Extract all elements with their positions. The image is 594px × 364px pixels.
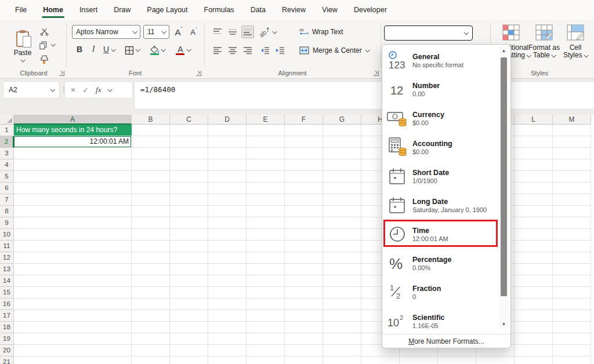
row-header-17[interactable]: 17 [0,310,14,322]
cell-A10[interactable] [14,229,132,241]
cell-E17[interactable] [247,310,285,322]
top-align-button[interactable] [211,26,224,38]
cell-M5[interactable] [553,171,591,183]
cell-M19[interactable] [553,333,591,345]
middle-align-button[interactable] [226,26,239,38]
cell-L2[interactable] [515,136,553,148]
cell-D5[interactable] [208,171,247,183]
bottom-align-button[interactable] [241,26,254,38]
cell-F21[interactable] [285,356,323,364]
cell-G11[interactable] [323,241,361,252]
formula-input[interactable]: =1/86400 [135,82,594,109]
row-header-20[interactable]: 20 [0,345,14,356]
cell-M15[interactable] [553,287,591,299]
cell-C1[interactable] [170,125,208,136]
cell-F13[interactable] [285,264,323,275]
wrap-text-button[interactable]: ab Wrap Text [299,26,343,38]
cell-E4[interactable] [247,159,285,171]
cell-G15[interactable] [323,287,361,299]
format-item-currency[interactable]: Currency $0.00 [382,104,498,133]
cell-C14[interactable] [170,275,208,287]
cell-G8[interactable] [323,206,361,217]
cell-F9[interactable] [285,217,323,229]
cell-M20[interactable] [553,345,591,356]
column-header-d[interactable]: D [208,115,247,125]
format-item-scientific[interactable]: 102 Scientific 1.16E-05 [382,307,498,336]
cell-G21[interactable] [323,356,361,364]
menu-tab-file[interactable]: File [8,1,34,19]
cell-E1[interactable] [247,125,285,136]
cell-B5[interactable] [132,171,170,183]
cell-M21[interactable] [553,356,591,364]
menu-tab-review[interactable]: Review [275,1,313,19]
cell-B6[interactable] [132,183,170,194]
borders-chevron-icon[interactable] [135,47,140,52]
cell-G18[interactable] [323,322,361,333]
cell-M3[interactable] [553,148,591,159]
cell-B2[interactable] [132,136,170,148]
cell-A21[interactable] [14,356,132,364]
font-size-combo[interactable]: 11 [143,25,169,39]
cell-G5[interactable] [323,171,361,183]
cell-B14[interactable] [132,275,170,287]
cell-E12[interactable] [247,252,285,264]
cell-B10[interactable] [132,229,170,241]
cell-styles-button[interactable]: Cell Styles [558,24,593,59]
cell-B17[interactable] [132,310,170,322]
cell-A6[interactable] [14,183,132,194]
row-header-18[interactable]: 18 [0,322,14,333]
menu-tab-page-layout[interactable]: Page Layout [140,1,194,19]
cell-C4[interactable] [170,159,208,171]
cell-G16[interactable] [323,299,361,310]
row-header-2[interactable]: 2 [0,136,14,148]
format-item-accounting[interactable]: Accounting $0.00 [382,133,498,162]
cell-B20[interactable] [132,345,170,356]
cell-F5[interactable] [285,171,323,183]
cell-J21[interactable] [438,356,476,364]
cell-F3[interactable] [285,148,323,159]
cell-D19[interactable] [208,333,247,345]
align-left-button[interactable] [211,44,224,57]
cell-E6[interactable] [247,183,285,194]
cell-L3[interactable] [515,148,553,159]
cell-A13[interactable] [14,264,132,275]
row-header-16[interactable]: 16 [0,299,14,310]
cell-C12[interactable] [170,252,208,264]
font-dialog-launcher-icon[interactable] [196,71,201,76]
cell-C5[interactable] [170,171,208,183]
cell-L10[interactable] [515,229,553,241]
cell-M10[interactable] [553,229,591,241]
cell-M18[interactable] [553,322,591,333]
column-header-l[interactable]: L [515,115,553,125]
cell-G14[interactable] [323,275,361,287]
row-header-10[interactable]: 10 [0,229,14,241]
cell-D2[interactable] [208,136,247,148]
cell-D4[interactable] [208,159,247,171]
cell-C18[interactable] [170,322,208,333]
cell-F1[interactable] [285,125,323,136]
fill-color-chevron-icon[interactable] [161,47,165,52]
cell-M16[interactable] [553,299,591,310]
cell-H21[interactable] [361,356,400,364]
insert-function-icon[interactable]: fx [96,85,101,94]
fill-color-button[interactable] [148,43,161,56]
format-item-fraction[interactable]: 12 Fraction 0 [382,278,498,307]
cell-F2[interactable] [285,136,323,148]
menu-tab-developer[interactable]: Developer [347,1,394,19]
row-header-5[interactable]: 5 [0,171,14,183]
format-painter-button[interactable] [38,53,50,65]
cell-A5[interactable] [14,171,132,183]
number-format-combo[interactable] [384,26,473,41]
cell-L13[interactable] [515,264,553,275]
cell-C19[interactable] [170,333,208,345]
column-header-g[interactable]: G [323,115,361,125]
cell-G9[interactable] [323,217,361,229]
menu-tab-data[interactable]: Data [244,1,273,19]
clipboard-dialog-launcher-icon[interactable] [59,71,64,76]
cell-L1[interactable] [515,125,553,136]
cell-B18[interactable] [132,322,170,333]
cell-D6[interactable] [208,183,247,194]
cell-A7[interactable] [14,194,132,206]
cell-E10[interactable] [247,229,285,241]
cell-D9[interactable] [208,217,247,229]
